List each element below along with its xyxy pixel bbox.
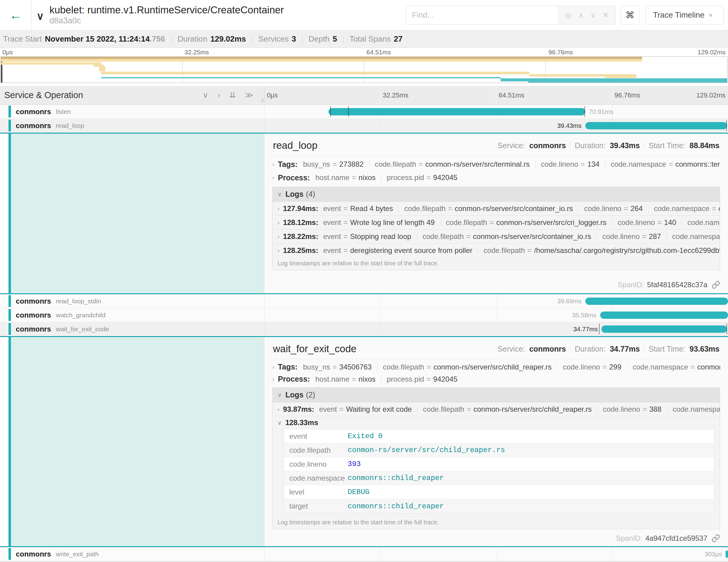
copy-link-icon[interactable] bbox=[712, 281, 720, 289]
expanded-log-header[interactable]: ∨ 128.33ms bbox=[273, 416, 720, 429]
span-row-watch-grandchild[interactable]: conmonrs watch_grandchild 35.58ms bbox=[0, 308, 728, 322]
collapse-all-icon[interactable]: ⇊ bbox=[229, 90, 236, 100]
log-timestamp: 93.87ms: bbox=[283, 405, 314, 414]
start-time-label: Start Time: bbox=[648, 345, 685, 353]
column-resize-handle[interactable]: ‖ bbox=[261, 98, 264, 104]
span-timeline-cell[interactable]: 39.43ms bbox=[264, 119, 728, 132]
log-entry[interactable]: › 128.22ms: event=Stopping read loop cod… bbox=[273, 230, 720, 244]
tick-label: 96.76ms bbox=[549, 49, 573, 56]
span-row-write-exit-path[interactable]: conmonrs write_exit_path 303μs bbox=[0, 547, 728, 561]
expand-all-icon[interactable]: ≫ bbox=[245, 90, 253, 100]
divider bbox=[252, 35, 252, 43]
log-entry[interactable]: › 127.94ms: event=Read 4 bytes code.file… bbox=[273, 202, 720, 216]
span-timeline-cell[interactable]: 39.69ms bbox=[264, 294, 728, 308]
chevron-right-icon: › bbox=[277, 233, 279, 240]
log-field: code.namespace=conmonrs::co… bbox=[654, 204, 720, 213]
find-group: ◎ ∧ ∨ ✕ bbox=[406, 6, 616, 25]
log-field: code.filepath=conmon-rs/server/src/conta… bbox=[404, 204, 573, 213]
span-bar[interactable] bbox=[601, 325, 727, 333]
logs-count: (4) bbox=[306, 190, 315, 199]
span-bar[interactable] bbox=[328, 108, 585, 115]
span-timeline-cell[interactable]: 34.77ms bbox=[264, 322, 728, 336]
log-field: code.filepath=conmon-rs/server/src/child… bbox=[423, 405, 592, 414]
span-row-read-loop[interactable]: conmonrs read_loop 39.43ms bbox=[0, 119, 728, 133]
clear-search-icon[interactable]: ✕ bbox=[603, 11, 609, 19]
collapse-one-icon[interactable]: ∨ bbox=[202, 90, 208, 100]
field-value: DEBUG bbox=[348, 488, 369, 496]
span-name-cell[interactable]: conmonrs read_loop bbox=[0, 119, 264, 132]
operation-name: read_loop_stdin bbox=[56, 298, 101, 305]
span-timeline-cell[interactable]: 35.58ms bbox=[264, 308, 728, 322]
divider bbox=[605, 160, 605, 168]
chevron-right-icon: › bbox=[272, 376, 274, 383]
service-color-bar bbox=[9, 106, 11, 118]
chevron-right-icon: › bbox=[272, 364, 274, 370]
duration-label: Duration: bbox=[575, 141, 605, 150]
process-label: Process: bbox=[278, 173, 310, 182]
locate-icon[interactable]: ◎ bbox=[565, 11, 572, 19]
log-entry[interactable]: › 128.12ms: event=Wrote log line of leng… bbox=[273, 216, 720, 230]
minimap-span-bar bbox=[99, 67, 106, 71]
log-entry[interactable]: › 93.87ms: event=Waiting for exit code c… bbox=[273, 402, 720, 416]
span-bar[interactable] bbox=[585, 298, 728, 305]
depth-value: 5 bbox=[333, 34, 337, 44]
back-button[interactable]: ← bbox=[0, 0, 32, 30]
process-tag: host.name=nixos bbox=[315, 375, 376, 383]
expand-one-icon[interactable]: › bbox=[217, 90, 220, 100]
span-timeline-cell[interactable]: 70.91ms bbox=[264, 105, 728, 118]
span-bar[interactable] bbox=[585, 122, 727, 129]
divider bbox=[597, 405, 597, 413]
divider bbox=[570, 141, 570, 149]
divider bbox=[682, 219, 682, 227]
span-row-listen[interactable]: conmonrs listen 70.91ms bbox=[0, 105, 728, 119]
copy-link-icon[interactable] bbox=[712, 534, 720, 543]
divider bbox=[343, 35, 343, 43]
field-value: conmon-rs/server/src/child_reaper.rs bbox=[348, 446, 505, 454]
span-name-cell[interactable]: conmonrs listen bbox=[0, 105, 264, 118]
span-duration: 70.91ms bbox=[585, 108, 617, 115]
field-value: conmonrs::child_reaper bbox=[348, 502, 444, 510]
divider bbox=[557, 363, 557, 371]
span-name-cell[interactable]: conmonrs watch_grandchild bbox=[0, 308, 264, 322]
tags-row[interactable]: › Tags: busy_ns=273882 code.filepath=con… bbox=[272, 158, 720, 171]
span-name-cell[interactable]: conmonrs wait_for_exit_code bbox=[0, 322, 264, 336]
span-row-wait-for-exit-code[interactable]: conmonrs wait_for_exit_code 34.77ms bbox=[0, 322, 728, 336]
table-row: event Exited 0 bbox=[284, 429, 714, 443]
span-id-row: SpanID: 4a947cfd1ce59537 bbox=[272, 532, 720, 544]
logs-header[interactable]: ∨ Logs (4) bbox=[273, 187, 720, 202]
chevron-down-icon: ∨ bbox=[709, 12, 713, 18]
span-name-cell[interactable]: conmonrs read_loop_stdin bbox=[0, 294, 264, 308]
service-name: conmonrs bbox=[16, 325, 51, 333]
log-field: code.namespace=co… bbox=[687, 218, 720, 227]
prev-match-icon[interactable]: ∧ bbox=[578, 11, 584, 19]
log-field: event=Waiting for exit code bbox=[319, 405, 412, 414]
process-row[interactable]: › Process: host.name=nixos process.pid=9… bbox=[272, 373, 720, 385]
view-selector-button[interactable]: Trace Timeline ∨ bbox=[645, 6, 724, 25]
tags-row[interactable]: › Tags: busy_ns=34506763 code.filepath=c… bbox=[272, 361, 720, 373]
next-match-icon[interactable]: ∨ bbox=[590, 11, 596, 19]
service-name: conmonrs bbox=[16, 121, 51, 130]
process-tag: process.pid=942045 bbox=[387, 173, 458, 182]
chevron-down-icon[interactable]: ∨ bbox=[35, 10, 46, 22]
span-timeline-cell[interactable]: 303μs bbox=[264, 547, 728, 561]
span-name-cell[interactable]: conmonrs write_exit_path bbox=[0, 547, 264, 561]
process-row[interactable]: › Process: host.name=nixos process.pid=9… bbox=[272, 171, 720, 184]
keyboard-shortcuts-button[interactable]: ⌘ bbox=[621, 6, 639, 25]
span-id-value: 4a947cfd1ce59537 bbox=[645, 534, 707, 543]
logs-header[interactable]: ∨ Logs (2) bbox=[273, 388, 720, 402]
tick-label: 129.02ms bbox=[698, 49, 726, 56]
divider bbox=[597, 233, 597, 240]
operation-name: watch_grandchild bbox=[56, 312, 105, 319]
span-bar[interactable] bbox=[600, 312, 728, 319]
span-bar[interactable] bbox=[726, 550, 728, 558]
log-entry[interactable]: › 128.25ms: event=deregistering event so… bbox=[273, 244, 720, 257]
span-id-label: SpanID: bbox=[616, 534, 642, 543]
divider bbox=[667, 405, 667, 413]
logs-footnote: Log timestamps are relative to the start… bbox=[273, 257, 720, 270]
span-duration: 39.43ms bbox=[553, 122, 585, 129]
span-row-read-loop-stdin[interactable]: conmonrs read_loop_stdin 39.69ms bbox=[0, 294, 728, 308]
minimap-canvas[interactable] bbox=[1, 56, 727, 83]
find-input[interactable] bbox=[406, 6, 558, 24]
minimap-span-bar bbox=[528, 80, 727, 83]
operation-name: listen bbox=[56, 108, 71, 115]
